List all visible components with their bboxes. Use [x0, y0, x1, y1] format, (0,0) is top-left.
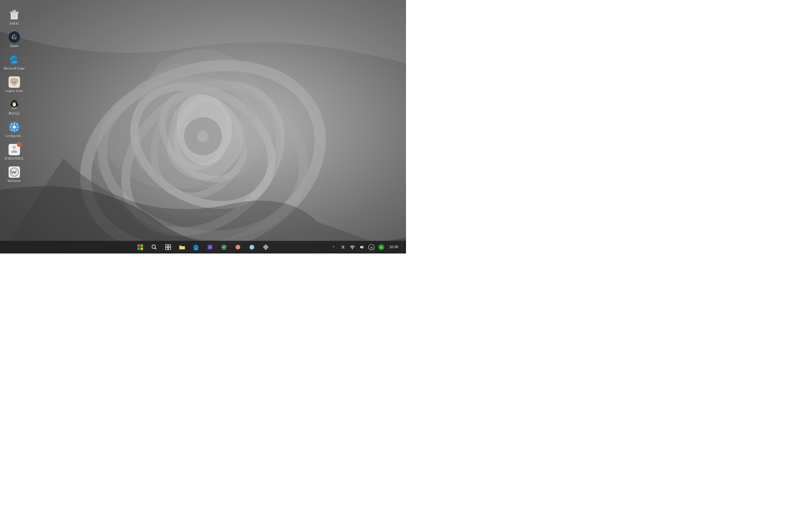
legion-label: Legion Zone [5, 89, 23, 93]
taskbar: ^ 英 [0, 241, 406, 253]
app2-icon-svg [221, 244, 227, 250]
svg-point-44 [152, 245, 155, 248]
edge-label: Microsoft Edge [4, 67, 25, 71]
desktop-icon-steam[interactable]: Steam [2, 29, 27, 50]
svg-point-62 [252, 249, 252, 249]
desktop-icon-wegame[interactable]: WeGame [2, 164, 27, 185]
purity-badge[interactable]: 纯 [377, 243, 386, 251]
wegame-svg [9, 166, 20, 178]
svg-rect-43 [141, 247, 143, 250]
svg-rect-13 [13, 10, 16, 12]
taskbar-center [134, 241, 272, 253]
taskbar-app5-button[interactable] [259, 241, 272, 253]
steam-icon [8, 31, 20, 43]
steam-circle [9, 32, 20, 43]
app1-icon-svg [207, 244, 213, 250]
svg-rect-47 [168, 245, 171, 247]
network-icon-svg [350, 245, 355, 250]
recycle-bin-label: 回收站 [9, 22, 19, 26]
desktop-icon-configuration[interactable]: Configurati... [2, 119, 27, 140]
svg-point-68 [253, 245, 253, 246]
windows-logo-svg [137, 244, 143, 250]
svg-point-67 [250, 248, 251, 249]
appstore-label: 联规应用商店 [5, 157, 24, 161]
ime-icon-svg: 纯 [368, 244, 374, 250]
taskbar-app4-button[interactable] [246, 241, 258, 253]
wegame-label: WeGame [8, 179, 21, 183]
wallpaper-svg [0, 0, 406, 253]
svg-point-61 [252, 245, 252, 245]
svg-rect-48 [165, 247, 168, 250]
wegame-icon [8, 166, 20, 178]
taskbar-app2-button[interactable] [217, 241, 230, 253]
file-explorer-button[interactable] [176, 241, 189, 253]
svg-point-27 [13, 103, 14, 103]
svg-point-30 [12, 107, 14, 109]
configuration-icon [8, 121, 20, 133]
taskbar-tray: ^ 英 [329, 241, 403, 253]
overflow-caret: ^ [333, 245, 334, 249]
svg-rect-40 [137, 244, 140, 247]
taskbar-edge-button[interactable] [190, 241, 202, 253]
svg-text:纯: 纯 [370, 246, 373, 249]
configuration-label: Configurati... [5, 134, 23, 138]
volume-icon-btn[interactable] [358, 243, 366, 251]
taskview-icon-svg [165, 244, 171, 250]
legion-icon: LZ [8, 76, 20, 89]
svg-rect-46 [165, 245, 168, 247]
svg-point-33 [16, 103, 18, 106]
svg-rect-72 [265, 249, 266, 250]
folder-icon-svg [179, 244, 185, 250]
wallpaper [0, 0, 406, 253]
desktop-icon-qq[interactable]: 腾讯QQ [2, 96, 27, 118]
svg-rect-42 [137, 247, 140, 250]
desktop-icon-legion-zone[interactable]: LZ Legion Zone [2, 74, 27, 95]
svg-rect-49 [168, 247, 171, 250]
taskbar-edge-svg [193, 244, 199, 250]
app3-icon-svg [235, 244, 241, 250]
volume-icon-svg [359, 245, 364, 250]
recycle-bin-svg [8, 9, 20, 20]
desktop-icon-appstore[interactable]: 1 联规应用商店 [2, 141, 27, 163]
app4-icon-svg [249, 244, 255, 250]
svg-point-31 [14, 107, 17, 109]
steam-logo-svg [11, 34, 18, 41]
svg-point-28 [15, 103, 15, 103]
ime-icon-btn[interactable]: 纯 [368, 243, 375, 251]
show-desktop-button[interactable] [402, 241, 403, 253]
svg-point-37 [13, 146, 16, 149]
edge-svg [9, 54, 20, 65]
svg-point-63 [250, 247, 250, 247]
legion-svg: LZ [9, 76, 20, 88]
desktop-icon-edge[interactable]: Microsoft Edge [2, 51, 27, 72]
desktop-icon-recycle-bin[interactable]: 回收站 [2, 6, 27, 27]
svg-rect-71 [265, 245, 266, 245]
taskbar-app1-button[interactable] [204, 241, 216, 253]
desktop-icons-column: 回收站 Steam [0, 3, 29, 188]
purity-badge-svg: 纯 [378, 244, 385, 250]
svg-point-65 [250, 245, 251, 246]
svg-point-35 [13, 125, 16, 129]
svg-point-66 [253, 248, 253, 249]
qq-label: 腾讯QQ [9, 112, 20, 116]
svg-point-18 [14, 37, 15, 38]
steam-label: Steam [10, 44, 19, 48]
clock-time: 10:38 [389, 245, 398, 249]
desktop: 回收站 Steam [0, 0, 406, 253]
recycle-bin-icon [8, 8, 20, 21]
svg-point-58 [237, 246, 239, 248]
svg-point-10 [197, 130, 209, 142]
svg-text:纯: 纯 [380, 246, 383, 249]
network-icon-btn[interactable] [349, 243, 356, 251]
lang-text: 英 [341, 245, 345, 250]
start-button[interactable] [134, 241, 147, 253]
edge-icon [8, 53, 20, 66]
task-view-button[interactable] [162, 241, 174, 253]
search-button[interactable] [148, 241, 160, 253]
language-indicator[interactable]: 英 [339, 243, 347, 251]
tray-overflow-button[interactable]: ^ [329, 243, 337, 251]
svg-text:LZ: LZ [13, 81, 16, 83]
clock-display[interactable]: 10:38 [387, 245, 400, 249]
qq-svg [9, 99, 20, 110]
taskbar-app3-button[interactable] [232, 241, 244, 253]
